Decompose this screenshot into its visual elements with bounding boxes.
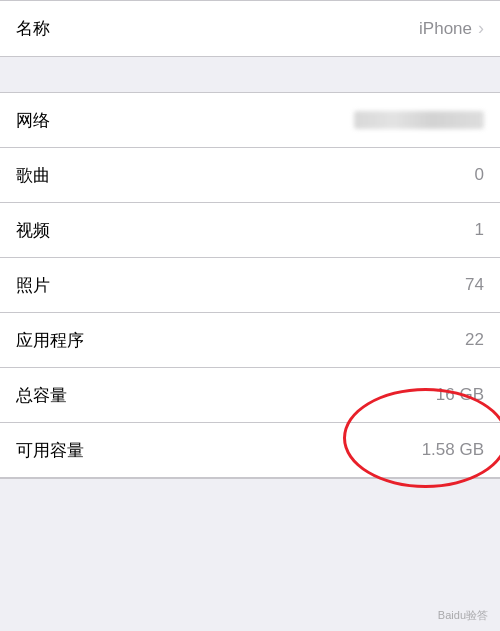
value-videos: 1 [475,220,484,240]
section-gap-1 [0,57,500,92]
value-name: iPhone › [419,18,484,39]
label-total-capacity: 总容量 [16,384,67,407]
songs-count: 0 [475,165,484,185]
label-network: 网络 [16,109,50,132]
chevron-icon: › [478,18,484,39]
capacity-rows-wrapper: 总容量 16 GB 可用容量 1.58 GB [0,368,500,478]
label-name: 名称 [16,17,50,40]
row-videos: 视频 1 [0,203,500,258]
apps-count: 22 [465,330,484,350]
row-total-capacity: 总容量 16 GB [0,368,500,423]
row-photos: 照片 74 [0,258,500,313]
watermark: Baidu验答 [438,608,488,623]
row-network: 网络 [0,93,500,148]
iphone-name-text: iPhone [419,19,472,39]
value-photos: 74 [465,275,484,295]
value-available-capacity: 1.58 GB [422,440,484,460]
row-available-capacity: 可用容量 1.58 GB [0,423,500,478]
total-capacity-text: 16 GB [436,385,484,405]
value-network [354,111,484,129]
value-total-capacity: 16 GB [436,385,484,405]
photos-count: 74 [465,275,484,295]
label-apps: 应用程序 [16,329,84,352]
section-name: 名称 iPhone › [0,0,500,57]
settings-list: 名称 iPhone › 网络 歌曲 0 视频 1 [0,0,500,479]
value-apps: 22 [465,330,484,350]
value-songs: 0 [475,165,484,185]
label-photos: 照片 [16,274,50,297]
row-name[interactable]: 名称 iPhone › [0,1,500,56]
section-details: 网络 歌曲 0 视频 1 照片 74 应用程序 [0,92,500,479]
label-songs: 歌曲 [16,164,50,187]
label-videos: 视频 [16,219,50,242]
row-songs: 歌曲 0 [0,148,500,203]
available-capacity-text: 1.58 GB [422,440,484,460]
row-apps: 应用程序 22 [0,313,500,368]
videos-count: 1 [475,220,484,240]
network-blurred-value [354,111,484,129]
label-available-capacity: 可用容量 [16,439,84,462]
